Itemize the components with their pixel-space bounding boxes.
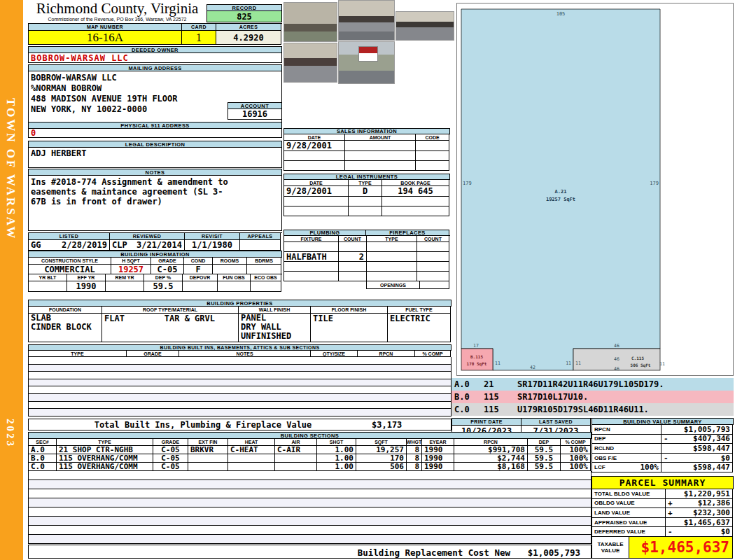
sales-date-label: DATE [284,134,345,141]
bs-cell: $8,168 [454,463,528,471]
sketch-dim-46-bottom: 46 [614,366,620,372]
bs-cell: 115 OVERHANG/COMM [57,454,153,463]
openings-label: OPENINGS [366,281,420,289]
vector-row-c: C.0 115 U179R105D179SL46D11R46U11. [451,403,734,416]
sketch-dim-46-top: 46 [614,343,620,349]
property-photo-2[interactable] [338,0,395,41]
taxable-value: $1,465,637 [629,536,733,559]
listed-by: GG [31,240,41,250]
fuel-type-label: FUEL TYPE [388,307,451,314]
reviewed-date: 3/21/2014 [136,240,182,250]
plumbing-count-label: COUNT [339,236,367,242]
property-photo-1[interactable] [284,2,337,42]
bvs-label: RCLND [594,445,614,451]
fun-obs-label: FUN OBS [218,274,251,281]
account-value: 16916 [227,108,282,120]
bs-cell [188,463,228,471]
bi-rpcn-label: RPCN [358,351,415,357]
bvs-label: RPCN [594,426,610,433]
fun-obs-value [218,281,251,292]
sales-amount-value [345,141,416,151]
town-sidebar: TOWN OF WARSAW 2023 [0,0,23,560]
bs-cell: 1.00 [317,454,356,463]
bvs-label: DEP [594,435,606,442]
built-ins-total-label: Total Built Ins, Plumbing & Fireplace Va… [29,420,377,430]
bs-col-dep: DEP [528,439,561,446]
sketch-svg: 105 179 179 A.21 19257 SqFt 17 46 B.115 … [457,4,733,375]
fireplace-type-label: TYPE [367,236,417,242]
bs-cell: 1990 [422,463,454,471]
sketch-dim-42: 42 [530,365,536,370]
dep-pct-label: DEP % [144,274,183,281]
foundation-line: CINDER BLOCK [31,323,92,332]
sketch-dim-right: 179 [650,181,659,186]
rooms-label: ROOMS [213,258,247,265]
bs-cell: 100% [561,454,591,463]
map-number-value: 16-16A [29,31,182,45]
bvs-label: LCF [594,464,606,470]
bs-cell: BRKVR [188,446,228,454]
property-photo-3[interactable] [396,11,454,41]
bs-cell: 1990 [422,446,454,454]
account-box: ACCOUNT 16916 [227,102,282,120]
deeded-owner-value: BOBROW-WARSAW LLC [28,52,282,63]
taxable-value-label: TAXABLE VALUE [592,536,629,559]
property-record-card: TOWN OF WARSAW 2023 Richmond County, Vir… [0,0,735,560]
ps-op: - [668,527,673,536]
h-sqft-label: H SQFT [111,258,151,265]
ps-label: LAND VALUE [592,508,666,518]
bi-comp-label: % COMP [415,351,451,357]
bs-col-rpcn: RPCN [454,439,528,446]
wall-finish-line: UNFINISHED [241,332,291,341]
li-type-value: D [349,186,382,197]
property-photo-4[interactable] [284,43,337,83]
bdrms-label: BDRMS [247,258,281,265]
bs-col-grade: GRADE [153,439,188,446]
building-replacement-row: Building Replacement Cost New $1,005,793 [28,545,592,559]
notes-line: Ins #2018-774 Assignment & amendment to [31,177,279,187]
bvs-value: $1,005,793 [684,425,730,434]
record-box: RECORD 825 [206,4,282,23]
vector-code: 21 [484,379,517,389]
building-replacement-value: $1,005,793 [528,547,580,558]
dep-pct-value: 59.5 [144,281,183,292]
ps-label: TOTAL BLDG VALUE [592,489,666,499]
property-photo-5[interactable] [338,41,395,84]
fireplaces-title: FIREPLACES [365,230,449,236]
bs-col-extfin: EXT FIN [188,439,228,446]
tractor-supply-sign [358,46,378,62]
building-properties-section: BUILDING PROPERTIES FOUNDATION ROOF TYPE… [28,300,451,342]
li-date-label: DATE [284,180,349,186]
appeals-value [240,240,281,251]
year-vertical: 2023 [4,419,16,461]
sketch-dim-top: 105 [556,11,566,17]
bs-cell: 8 [407,446,422,454]
bs-cell: 1.00 [317,463,356,471]
floor-finish-label: FLOOR FINISH [311,307,388,314]
sketch-dim-11-strip-r: 11 [575,360,581,366]
vector-path: SR17D10L17U10. [517,392,588,402]
cond-label: COND [184,258,213,265]
mailing-line: BOBROW-WARSAW LLC [31,73,279,83]
map-number-label: MAP NUMBER [29,24,182,31]
bs-cell: 1.00 [317,446,356,454]
eco-obs-label: ECO OBS [251,274,281,281]
sales-amount-label: AMOUNT [345,134,416,141]
county-title: Richmond County, Virginia [28,1,206,17]
fireplace-count-label: COUNT [417,236,449,242]
eco-obs-value [251,281,281,292]
bdrms-value [247,265,281,274]
sketch-a-name: A.21 [555,189,567,195]
bs-cell: 170 [356,454,407,463]
grade-label: GRADE [151,258,184,265]
built-ins-empty-rows [28,357,451,416]
legal-description-value: ADJ HERBERT [28,147,282,168]
town-name-vertical: TOWN OF WARSAW [4,98,18,287]
rem-yr-value [106,281,144,292]
ps-value: $0 [721,527,730,536]
roof-label: ROOF TYPE/MATERIAL [102,307,239,314]
deeded-owner-section: DEEDED OWNER BOBROW-WARSAW LLC [28,46,282,63]
bs-cell: B.0 [29,454,57,463]
rooms-value [213,265,247,274]
bs-col-whgt: WHGT [407,439,422,446]
